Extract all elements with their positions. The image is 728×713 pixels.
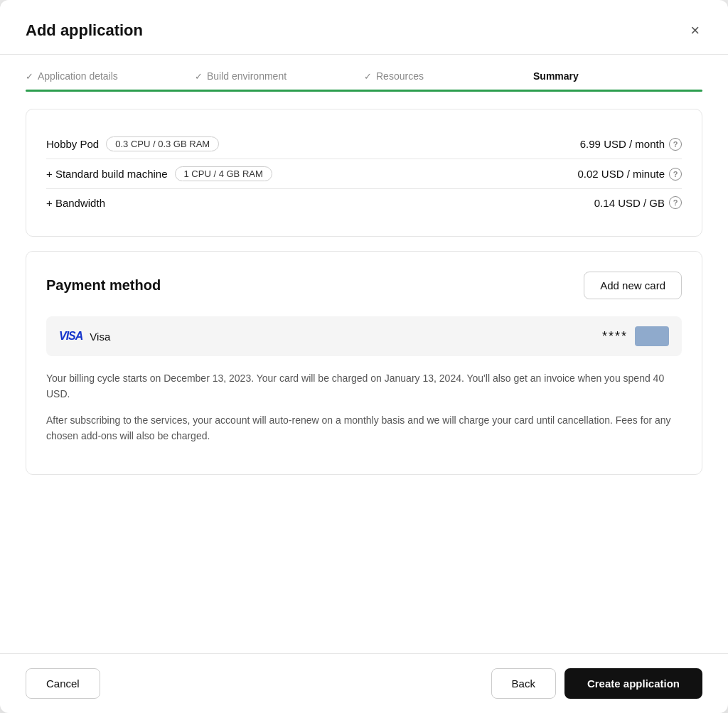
payment-header: Payment method Add new card (46, 272, 682, 299)
pricing-label-hobby-pod: Hobby Pod 0.3 CPU / 0.3 GB RAM (46, 136, 219, 151)
modal-footer: Cancel Back Create application (0, 653, 728, 713)
card-color-block (635, 326, 669, 346)
step-application-details: ✓ Application details (26, 70, 195, 92)
pricing-row-build-machine: + Standard build machine 1 CPU / 4 GB RA… (46, 159, 682, 188)
step-summary: Summary (533, 70, 702, 92)
step-resources: ✓ Resources (364, 70, 533, 92)
help-icon-bandwidth[interactable]: ? (669, 196, 682, 209)
pricing-value-build-machine: 0.02 USD / minute ? (577, 168, 682, 181)
build-machine-price: 0.02 USD / minute (577, 168, 665, 180)
visa-right: **** (602, 326, 669, 346)
footer-left: Cancel (26, 668, 100, 699)
step-label-summary: Summary (533, 70, 579, 82)
bandwidth-price: 0.14 USD / GB (594, 197, 665, 209)
help-icon-hobby-pod[interactable]: ? (669, 138, 682, 151)
close-button[interactable]: × (687, 20, 702, 41)
check-icon-build-environment: ✓ (195, 71, 203, 82)
check-icon-application-details: ✓ (26, 71, 33, 82)
modal-title: Add application (26, 21, 143, 40)
pricing-card: Hobby Pod 0.3 CPU / 0.3 GB RAM 6.99 USD … (26, 109, 702, 237)
hobby-pod-name: Hobby Pod (46, 138, 99, 150)
step-build-environment: ✓ Build environment (195, 70, 364, 92)
step-label-build-environment: Build environment (207, 70, 287, 82)
stepper-bar-fill (26, 90, 702, 92)
pricing-row-bandwidth: + Bandwidth 0.14 USD / GB ? (46, 188, 682, 216)
card-mask: **** (602, 329, 628, 344)
pricing-value-hobby-pod: 6.99 USD / month ? (580, 138, 682, 151)
payment-card: Payment method Add new card VISA Visa **… (26, 251, 702, 475)
billing-note-1: Your billing cycle starts on December 13… (46, 370, 682, 402)
stepper: ✓ Application details ✓ Build environmen… (0, 55, 728, 92)
modal: Add application × ✓ Application details … (0, 0, 728, 713)
help-icon-build-machine[interactable]: ? (669, 168, 682, 181)
visa-card-row: VISA Visa **** (46, 316, 682, 356)
stepper-bar (26, 90, 702, 92)
add-new-card-button[interactable]: Add new card (584, 272, 682, 299)
back-button[interactable]: Back (491, 668, 556, 699)
build-machine-spec: 1 CPU / 4 GB RAM (175, 166, 272, 181)
visa-logo: VISA (59, 330, 82, 343)
bandwidth-name: + Bandwidth (46, 197, 105, 209)
step-label-resources: Resources (376, 70, 424, 82)
visa-left: VISA Visa (59, 330, 110, 343)
hobby-pod-price: 6.99 USD / month (580, 138, 665, 150)
pricing-label-bandwidth: + Bandwidth (46, 197, 105, 209)
modal-header: Add application × (0, 0, 728, 55)
create-application-button[interactable]: Create application (564, 668, 702, 699)
pricing-row-hobby-pod: Hobby Pod 0.3 CPU / 0.3 GB RAM 6.99 USD … (46, 129, 682, 159)
build-machine-name: + Standard build machine (46, 168, 168, 180)
billing-note-2: After subscribing to the services, your … (46, 412, 682, 444)
cancel-button[interactable]: Cancel (26, 668, 100, 699)
check-icon-resources: ✓ (364, 71, 372, 82)
modal-body: Hobby Pod 0.3 CPU / 0.3 GB RAM 6.99 USD … (0, 92, 728, 653)
pricing-value-bandwidth: 0.14 USD / GB ? (594, 196, 682, 209)
hobby-pod-spec: 0.3 CPU / 0.3 GB RAM (106, 136, 219, 151)
step-label-application-details: Application details (38, 70, 118, 82)
pricing-label-build-machine: + Standard build machine 1 CPU / 4 GB RA… (46, 166, 272, 181)
payment-method-title: Payment method (46, 277, 161, 294)
footer-right: Back Create application (491, 668, 702, 699)
visa-label: Visa (90, 331, 110, 343)
